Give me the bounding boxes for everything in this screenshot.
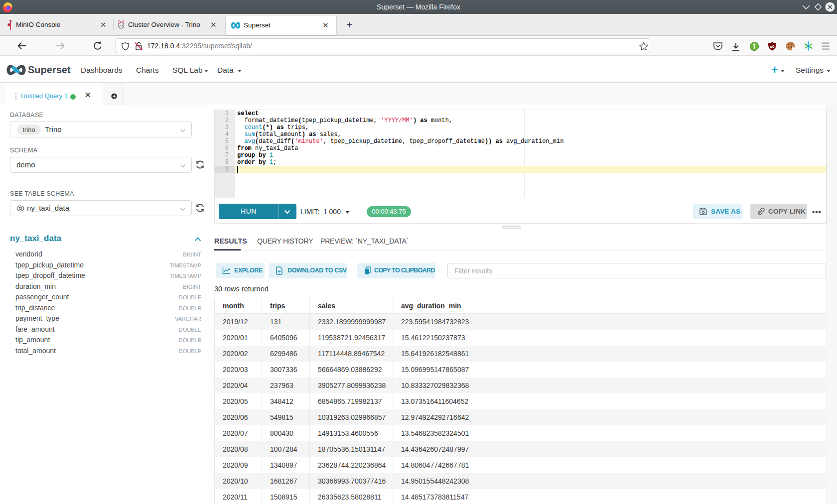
svg-text:uO: uO bbox=[770, 45, 774, 48]
